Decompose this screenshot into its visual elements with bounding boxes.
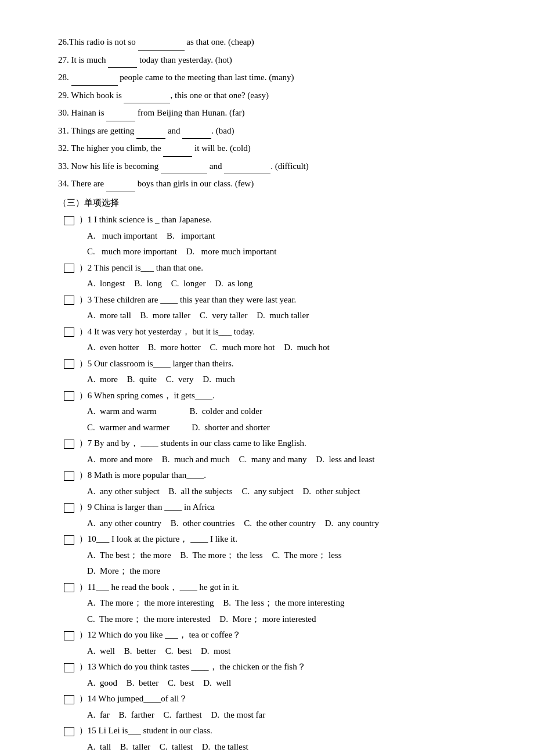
mc-q12-text: ）12 Which do you like ___， tea or coffee… bbox=[79, 630, 241, 639]
mc-q15-optD: D. the tallest bbox=[202, 742, 248, 751]
mc-q14: ）14 Who jumped____of all？ bbox=[64, 692, 488, 707]
mc-q3-opts: A. more tall B. more taller C. very tall… bbox=[87, 308, 488, 323]
mc-q7-optC: C. many and many bbox=[239, 455, 306, 464]
mc-q2: ）2 This pencil is___ than that one. bbox=[64, 261, 488, 276]
mc-q8-optC: C. any subject bbox=[241, 487, 293, 496]
mc-q7: ）7 By and by， ____ students in our class… bbox=[64, 436, 488, 451]
mc-bracket-2 bbox=[64, 264, 74, 273]
mc-q10-text: ）10___ I look at the picture， ____ I lik… bbox=[79, 534, 237, 543]
fill-blank-34: 34. There are boys than girls in our cla… bbox=[58, 177, 488, 192]
mc-bracket-9 bbox=[64, 503, 74, 513]
mc-q5-optD: D. much bbox=[203, 375, 234, 384]
mc-q4-optA: A. even hotter bbox=[87, 343, 139, 352]
mc-q13: ）13 Which do you think tastes ____， the … bbox=[64, 660, 488, 675]
mc-q13-optB: B. better bbox=[127, 678, 158, 687]
q30-text: 30. Hainan is from Beijing than Hunan. (… bbox=[58, 108, 245, 117]
mc-q1-text: ）1 I think science is _ than Japanese. bbox=[79, 215, 212, 224]
q32-text: 32. The higher you climb, the it will be… bbox=[58, 143, 251, 153]
mc-q8: ）8 Math is more popular than____. bbox=[64, 468, 488, 483]
mc-q9-opts: A. any other country B. other countries … bbox=[87, 516, 488, 531]
mc-bracket-6 bbox=[64, 391, 74, 401]
q29-text: 29. Which book is , this one or that one… bbox=[58, 91, 269, 100]
mc-q13-optA: A. good bbox=[87, 678, 117, 687]
mc-q12-optC: C. best bbox=[165, 646, 192, 656]
mc-q14-text: ）14 Who jumped____of all？ bbox=[79, 694, 188, 703]
mc-q13-text: ）13 Which do you think tastes ____， the … bbox=[79, 662, 306, 671]
mc-q6-optC: C. warmer and warmer bbox=[87, 423, 169, 432]
mc-q12-opts: A. well B. better C. best D. most bbox=[87, 644, 488, 659]
mc-q9-optC: C. the other country bbox=[244, 519, 316, 528]
mc-q6-optB: B. colder and colder bbox=[190, 406, 262, 416]
fill-blank-26: 26.This radio is not so as that one. (ch… bbox=[58, 35, 488, 51]
mc-q11-optA: A. The more； the more interesting bbox=[87, 598, 214, 607]
mc-q9-optA: A. any other country bbox=[87, 519, 161, 528]
mc-q10-opts-d: D. More； the more bbox=[87, 564, 488, 579]
mc-q5: ）5 Our classroom is____ larger than thei… bbox=[64, 357, 488, 372]
mc-q3-optC: C. very taller bbox=[200, 311, 247, 320]
mc-q15-optA: A. tall bbox=[87, 742, 111, 751]
mc-q15-optB: B. taller bbox=[120, 742, 150, 751]
mc-q5-optB: B. quite bbox=[127, 375, 157, 384]
mc-q2-opts: A. longest B. long C. longer D. as long bbox=[87, 276, 488, 291]
mc-q3-optA: A. more tall bbox=[87, 311, 131, 320]
mc-q4-optB: B. more hotter bbox=[148, 343, 201, 352]
mc-bracket-4 bbox=[64, 327, 74, 337]
mc-q7-opts: A. more and more B. much and much C. man… bbox=[87, 452, 488, 467]
mc-q5-opts: A. more B. quite C. very D. much bbox=[87, 372, 488, 387]
mc-q6-text: ）6 When spring comes， it gets____. bbox=[79, 391, 215, 400]
mc-q8-optD: D. other subject bbox=[302, 487, 360, 496]
mc-q12-optA: A. well bbox=[87, 646, 115, 656]
q34-text: 34. There are boys than girls in our cla… bbox=[58, 179, 254, 188]
mc-q11-optB: B. The less； the more interesting bbox=[223, 598, 344, 607]
mc-q1-optB: B. important bbox=[167, 231, 215, 240]
mc-q6: ）6 When spring comes， it gets____. bbox=[64, 388, 488, 404]
mc-q4-optD: D. much hot bbox=[284, 343, 329, 352]
mc-bracket-10 bbox=[64, 535, 74, 545]
mc-q1-optD: D. more much important bbox=[186, 247, 277, 256]
mc-bracket-8 bbox=[64, 471, 74, 481]
mc-q14-optC: C. farthest bbox=[163, 710, 201, 719]
mc-q11-optC: C. The more； the more interested bbox=[87, 614, 211, 624]
mc-q6-optD: D. shorter and shorter bbox=[192, 423, 270, 432]
mc-q15-text: ）15 Li Lei is___ student in our class. bbox=[79, 726, 212, 735]
mc-q1-opts-ab: A. much important B. important bbox=[87, 229, 488, 244]
mc-q9: ）9 China is larger than ____ in Africa bbox=[64, 500, 488, 515]
mc-q1: ）1 I think science is _ than Japanese. bbox=[64, 213, 488, 228]
mc-q11: ）11___ he read the book， ____ he got in … bbox=[64, 580, 488, 595]
mc-q8-optA: A. any other subject bbox=[87, 487, 160, 496]
mc-q6-optA: A. warm and warm bbox=[87, 406, 157, 416]
q31-text: 31. Things are getting and . (bad) bbox=[58, 126, 234, 135]
mc-q12-optB: B. better bbox=[124, 646, 156, 656]
mc-q14-optA: A. far bbox=[87, 710, 110, 719]
q26-text: 26.This radio is not so as that one. (ch… bbox=[58, 37, 254, 46]
fill-blank-32: 32. The higher you climb, the it will be… bbox=[58, 141, 488, 157]
mc-q7-text: ）7 By and by， ____ students in our class… bbox=[79, 438, 306, 448]
mc-bracket-15 bbox=[64, 727, 74, 736]
mc-q5-optC: C. very bbox=[166, 375, 194, 384]
mc-q13-opts: A. good B. better C. best D. well bbox=[87, 676, 488, 691]
mc-q2-optB: B. long bbox=[134, 279, 162, 288]
mc-bracket-7 bbox=[64, 440, 74, 449]
mc-bracket-11 bbox=[64, 583, 74, 592]
fill-blank-27: 27. It is much today than yesterday. (ho… bbox=[58, 53, 488, 69]
fill-blank-28: 28. people came to the meeting than last… bbox=[58, 70, 488, 86]
mc-q3: ）3 These children are ____ this year tha… bbox=[64, 293, 488, 308]
fill-blank-30: 30. Hainan is from Beijing than Hunan. (… bbox=[58, 106, 488, 121]
mc-q3-text: ）3 These children are ____ this year tha… bbox=[79, 295, 297, 304]
mc-q10-opts-abc: A. The best； the more B. The more； the l… bbox=[87, 548, 488, 563]
mc-q4-opts: A. even hotter B. more hotter C. much mo… bbox=[87, 340, 488, 355]
mc-q13-optD: D. well bbox=[203, 678, 231, 687]
mc-q8-text: ）8 Math is more popular than____. bbox=[79, 470, 206, 480]
mc-q2-optC: C. longer bbox=[171, 279, 206, 288]
mc-q11-opts-cd: C. The more； the more interested D. More… bbox=[87, 612, 488, 627]
mc-q6-opts-cd: C. warmer and warmer D. shorter and shor… bbox=[87, 420, 488, 435]
mc-q14-opts: A. far B. farther C. farthest D. the mos… bbox=[87, 708, 488, 723]
mc-q8-optB: B. all the subjects bbox=[168, 487, 232, 496]
mc-q1-optC: C. much more important bbox=[87, 247, 177, 256]
mc-q3-optD: D. much taller bbox=[257, 311, 309, 320]
mc-bracket-5 bbox=[64, 359, 74, 369]
mc-q3-optB: B. more taller bbox=[140, 311, 191, 320]
mc-q8-opts: A. any other subject B. all the subjects… bbox=[87, 484, 488, 499]
mc-q7-optA: A. more and more bbox=[87, 455, 153, 464]
mc-q2-text: ）2 This pencil is___ than that one. bbox=[79, 263, 203, 272]
